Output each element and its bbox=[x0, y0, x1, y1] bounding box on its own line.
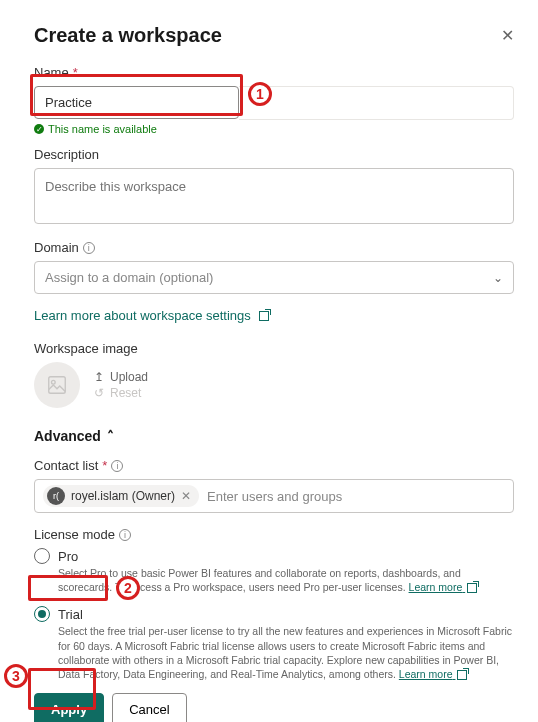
description-label: Description bbox=[34, 147, 514, 162]
contact-list-input[interactable]: r( royel.islam (Owner) ✕ Enter users and… bbox=[34, 479, 514, 513]
undo-icon: ↺ bbox=[94, 386, 104, 400]
settings-link[interactable]: Learn more about workspace settings bbox=[34, 308, 269, 323]
contact-chip: r( royel.islam (Owner) ✕ bbox=[43, 485, 199, 507]
workspace-image-label: Workspace image bbox=[34, 341, 514, 356]
info-icon[interactable]: i bbox=[119, 529, 131, 541]
info-icon[interactable]: i bbox=[111, 460, 123, 472]
name-status: ✓ This name is available bbox=[34, 123, 514, 135]
workspace-image-row: ↥ Upload ↺ Reset bbox=[34, 362, 514, 408]
remove-chip-icon[interactable]: ✕ bbox=[181, 489, 191, 503]
name-label: Name * bbox=[34, 65, 514, 80]
license-mode-label: License mode i bbox=[34, 527, 514, 542]
license-pro-option[interactable]: Pro bbox=[34, 548, 514, 564]
reset-button: ↺ Reset bbox=[94, 386, 148, 400]
license-trial-option[interactable]: Trial bbox=[34, 606, 514, 622]
radio-icon bbox=[34, 548, 50, 564]
panel-header: Create a workspace ✕ bbox=[34, 24, 514, 47]
domain-select[interactable]: Assign to a domain (optional) ⌄ bbox=[34, 261, 514, 294]
apply-button[interactable]: Apply bbox=[34, 693, 104, 722]
description-input[interactable] bbox=[34, 168, 514, 224]
upload-icon: ↥ bbox=[94, 370, 104, 384]
cancel-button[interactable]: Cancel bbox=[112, 693, 186, 722]
external-link-icon bbox=[457, 670, 467, 680]
advanced-toggle[interactable]: Advanced ˄ bbox=[34, 428, 514, 444]
close-icon[interactable]: ✕ bbox=[501, 26, 514, 45]
svg-rect-0 bbox=[49, 377, 66, 394]
footer-buttons: Apply Cancel bbox=[34, 693, 514, 722]
name-input[interactable] bbox=[34, 86, 239, 119]
license-pro-description: Select Pro to use basic Power BI feature… bbox=[58, 566, 514, 594]
chevron-up-icon: ˄ bbox=[107, 428, 114, 444]
panel-title: Create a workspace bbox=[34, 24, 222, 47]
avatar: r( bbox=[47, 487, 65, 505]
check-icon: ✓ bbox=[34, 124, 44, 134]
info-icon[interactable]: i bbox=[83, 242, 95, 254]
create-workspace-panel: Create a workspace ✕ Name * ✓ This name … bbox=[0, 0, 538, 722]
required-indicator: * bbox=[102, 458, 107, 473]
upload-button[interactable]: ↥ Upload bbox=[94, 370, 148, 384]
chevron-down-icon: ⌄ bbox=[493, 271, 503, 285]
external-link-icon bbox=[467, 583, 477, 593]
contact-list-label: Contact list * i bbox=[34, 458, 514, 473]
radio-selected-icon bbox=[34, 606, 50, 622]
callout-number-3: 3 bbox=[4, 664, 28, 688]
required-indicator: * bbox=[73, 65, 78, 80]
domain-label: Domain i bbox=[34, 240, 514, 255]
learn-more-link[interactable]: Learn more bbox=[409, 581, 466, 593]
learn-more-link[interactable]: Learn more bbox=[399, 668, 456, 680]
external-link-icon bbox=[259, 311, 269, 321]
license-trial-description: Select the free trial per-user license t… bbox=[58, 624, 514, 681]
svg-point-1 bbox=[52, 380, 56, 384]
image-placeholder-icon bbox=[34, 362, 80, 408]
